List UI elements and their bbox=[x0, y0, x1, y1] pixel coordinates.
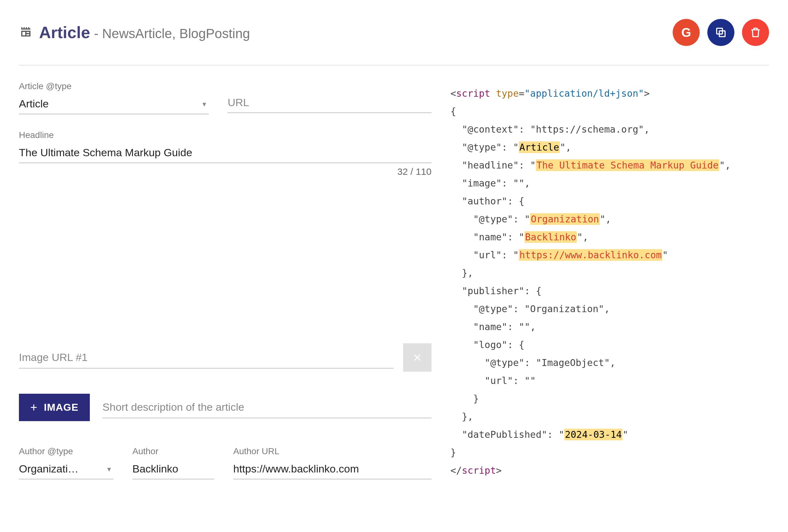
page-title: Article bbox=[39, 23, 90, 42]
code-column: <script type="application/ld+json"> { "@… bbox=[450, 81, 769, 479]
json-ld-output: <script type="application/ld+json"> { "@… bbox=[450, 84, 769, 479]
google-icon: G bbox=[681, 25, 691, 40]
close-icon: × bbox=[413, 350, 421, 365]
headline-counter: 32 / 110 bbox=[19, 166, 432, 177]
author-type-select[interactable]: Organizati… ▼ bbox=[19, 459, 114, 479]
google-test-button[interactable]: G bbox=[673, 19, 700, 46]
article-type-select[interactable]: Article ▼ bbox=[19, 95, 209, 114]
author-name-label: Author bbox=[132, 446, 214, 456]
author-url-label: Author URL bbox=[233, 446, 432, 456]
author-name-input[interactable] bbox=[132, 459, 214, 479]
title-group: Article - NewsArticle, BlogPosting bbox=[19, 23, 250, 42]
delete-button[interactable] bbox=[742, 19, 769, 46]
action-buttons: G bbox=[673, 19, 769, 46]
main-columns: Article @type Article ▼ Headline 32 / 11… bbox=[19, 81, 769, 479]
remove-image-button[interactable]: × bbox=[403, 343, 432, 372]
image-url-1-input[interactable] bbox=[19, 347, 394, 369]
author-type-label: Author @type bbox=[19, 446, 114, 456]
article-type-label: Article @type bbox=[19, 81, 209, 91]
article-type-value: Article bbox=[19, 98, 48, 109]
plus-icon: + bbox=[30, 401, 38, 414]
copy-button[interactable] bbox=[707, 19, 734, 46]
headline-label: Headline bbox=[19, 130, 432, 140]
chevron-down-icon: ▼ bbox=[106, 466, 112, 473]
description-input[interactable] bbox=[102, 396, 432, 418]
add-image-label: IMAGE bbox=[44, 402, 78, 413]
author-url-input[interactable] bbox=[233, 459, 432, 479]
headline-input[interactable] bbox=[19, 143, 432, 163]
author-type-value: Organizati… bbox=[19, 463, 78, 475]
url-input[interactable] bbox=[228, 93, 432, 113]
form-column: Article @type Article ▼ Headline 32 / 11… bbox=[19, 81, 432, 479]
page-subtitle: - NewsArticle, BlogPosting bbox=[94, 26, 250, 41]
trash-icon bbox=[749, 26, 762, 39]
add-image-button[interactable]: + IMAGE bbox=[19, 394, 90, 421]
header-row: Article - NewsArticle, BlogPosting G bbox=[19, 19, 769, 65]
article-icon bbox=[19, 25, 33, 39]
chevron-down-icon: ▼ bbox=[201, 101, 208, 108]
copy-icon bbox=[714, 26, 727, 39]
